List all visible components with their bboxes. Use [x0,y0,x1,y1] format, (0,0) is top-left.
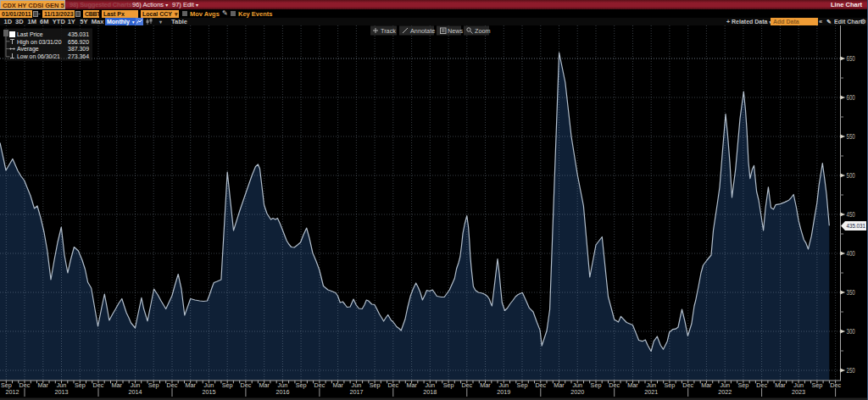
svg-text:Dec: Dec [535,381,546,389]
svg-text:2023: 2023 [792,388,805,396]
svg-text:350: 350 [847,288,855,297]
svg-text:Average: Average [17,46,39,53]
svg-text:2020: 2020 [570,388,584,396]
svg-text:550: 550 [847,132,855,141]
svg-text:Sep: Sep [75,381,86,389]
svg-text:Sep: Sep [222,381,233,389]
svg-text:Sep: Sep [812,381,823,389]
svg-text:High on 03/31/20: High on 03/31/20 [17,39,62,46]
svg-text:273.364: 273.364 [68,53,89,59]
svg-text:Mar: Mar [627,381,638,389]
svg-text:Dec: Dec [609,381,620,389]
svg-text:Dec: Dec [241,381,252,389]
svg-text:600: 600 [847,93,855,102]
svg-text:2013: 2013 [55,388,69,396]
svg-text:2019: 2019 [497,388,510,396]
svg-text:2012: 2012 [6,388,19,396]
svg-text:Dec: Dec [314,381,326,389]
svg-text:Mar: Mar [554,381,565,389]
svg-text:Mar: Mar [259,381,270,389]
svg-text:Mar: Mar [480,381,491,389]
svg-text:Sep: Sep [738,381,749,389]
svg-text:Sep: Sep [591,381,602,389]
svg-text:435.031: 435.031 [847,222,866,230]
svg-text:500: 500 [847,171,855,180]
svg-text:Track: Track [381,27,396,35]
svg-text:Dec: Dec [167,381,178,389]
svg-text:Mar: Mar [701,381,712,389]
svg-text:2016: 2016 [275,388,289,396]
svg-text:Sep: Sep [517,381,528,389]
svg-text:Mar: Mar [332,381,343,389]
svg-text:Dec: Dec [461,381,472,389]
svg-text:2014: 2014 [129,388,142,396]
svg-text:Sep: Sep [370,381,381,389]
svg-text:Annotate: Annotate [410,27,435,35]
svg-text:Dec: Dec [682,381,693,389]
svg-text:2022: 2022 [718,388,732,396]
svg-text:387.309: 387.309 [68,46,89,52]
svg-text:News: News [448,27,464,35]
svg-text:2015: 2015 [202,388,215,396]
svg-text:Dec: Dec [756,381,767,389]
svg-text:Sep: Sep [443,381,454,389]
svg-text:2021: 2021 [644,388,658,396]
svg-text:450: 450 [847,210,855,219]
svg-text:Mar: Mar [775,381,786,389]
svg-text:Mar: Mar [406,381,417,389]
svg-text:250: 250 [847,366,855,375]
svg-text:Sep: Sep [296,381,307,389]
svg-text:656.920: 656.920 [68,39,89,45]
svg-text:Mar: Mar [186,381,197,389]
svg-text:400: 400 [847,249,855,258]
svg-text:300: 300 [847,327,855,336]
svg-text:Zoom: Zoom [475,27,491,35]
svg-text:435.031: 435.031 [68,31,89,37]
svg-text:Dec: Dec [830,381,841,389]
svg-text:2018: 2018 [423,388,437,396]
svg-text:Dec: Dec [19,381,31,389]
svg-text:Dec: Dec [93,381,104,389]
svg-text:Last Price: Last Price [17,31,43,37]
svg-text:Sep: Sep [665,381,676,389]
svg-text:Sep: Sep [148,381,159,389]
svg-text:Mar: Mar [112,381,123,389]
svg-text:650: 650 [847,54,855,63]
svg-text:Dec: Dec [387,381,398,389]
svg-text:Mar: Mar [38,381,49,389]
svg-text:2017: 2017 [349,388,363,396]
